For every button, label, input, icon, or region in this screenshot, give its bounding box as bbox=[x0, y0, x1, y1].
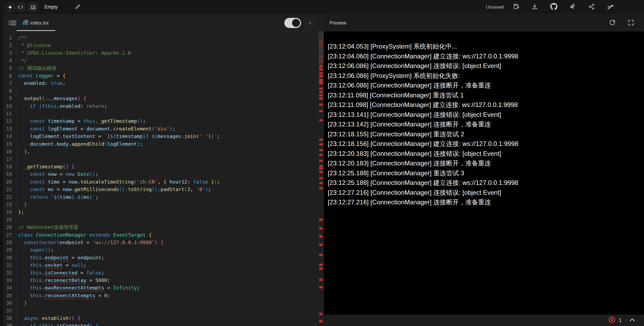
run-button[interactable] bbox=[306, 19, 314, 27]
code-view-button[interactable] bbox=[16, 2, 25, 12]
error-mark bbox=[319, 104, 323, 106]
indent-guide bbox=[17, 170, 17, 178]
indent-guide bbox=[17, 125, 17, 133]
indent-guide bbox=[23, 254, 23, 261]
deploy-rocket-icon bbox=[569, 3, 576, 11]
code-line: constructor(endpoint = 'ws://127.0.0.1:9… bbox=[18, 239, 319, 246]
line-number: 25 bbox=[3, 216, 12, 224]
error-mark bbox=[319, 55, 323, 58]
line-number: 2 bbox=[3, 42, 12, 49]
preview-toggle[interactable] bbox=[284, 18, 301, 28]
save-draft-button[interactable] bbox=[512, 3, 520, 11]
error-mark bbox=[319, 264, 323, 266]
error-button[interactable] bbox=[608, 316, 615, 324]
code-line: }, bbox=[18, 148, 319, 155]
line-number: 4 bbox=[3, 57, 12, 64]
line-number: 26 bbox=[3, 224, 12, 231]
line-number: 9 bbox=[3, 95, 12, 102]
code-line: */ bbox=[18, 57, 319, 64]
code-line bbox=[18, 110, 319, 117]
deploy-button[interactable] bbox=[569, 3, 576, 11]
error-mark bbox=[319, 218, 323, 221]
refresh-button[interactable] bbox=[609, 19, 616, 27]
console-log-line: [23:12:06.086] [ConnectionManager] 连接错误:… bbox=[328, 61, 644, 71]
download-button[interactable] bbox=[531, 3, 538, 11]
sparkle-logo-button[interactable] bbox=[5, 2, 15, 12]
code-line: const logElement = document.createElemen… bbox=[18, 125, 319, 133]
chevron-up-icon bbox=[629, 318, 635, 323]
rename-button[interactable] bbox=[75, 4, 81, 11]
line-number: 17 bbox=[3, 156, 12, 163]
error-mark bbox=[319, 244, 323, 246]
line-number: 24 bbox=[3, 208, 12, 216]
tab-label: index.tsx bbox=[30, 20, 49, 26]
line-number: 39 bbox=[3, 322, 12, 326]
error-mark bbox=[319, 165, 323, 167]
indent-guide bbox=[17, 110, 17, 117]
indent-guide bbox=[17, 292, 17, 299]
preview-panel: Preview [23:12:04.053] [ProxySystem] 系统初… bbox=[324, 15, 644, 326]
indent-guide bbox=[23, 178, 23, 186]
line-number: 12 bbox=[3, 117, 12, 125]
fullscreen-button[interactable] bbox=[627, 19, 634, 27]
github-button[interactable] bbox=[550, 3, 557, 11]
console-log-line: [23:12:25.188] [ConnectionManager] 建立连接:… bbox=[328, 178, 644, 188]
scrollbar-thumb[interactable] bbox=[319, 31, 323, 64]
error-mark bbox=[319, 143, 323, 145]
console-log-line: [23:12:11.098] [ConnectionManager] 重连尝试 … bbox=[328, 90, 644, 100]
console-log-line: [23:12:13.141] [ConnectionManager] 连接错误:… bbox=[328, 110, 644, 120]
error-mark bbox=[319, 154, 323, 156]
toggle-knob bbox=[292, 19, 300, 27]
save-draft-icon bbox=[513, 3, 519, 11]
line-number: 22 bbox=[3, 193, 12, 201]
share-button[interactable] bbox=[588, 3, 595, 11]
indent-guide bbox=[23, 322, 23, 326]
indent-guide bbox=[17, 117, 17, 125]
preview-header: Preview bbox=[324, 15, 644, 31]
error-mark bbox=[319, 72, 323, 74]
console-log-line: [23:12:25.188] [ConnectionManager] 重连尝试 … bbox=[328, 168, 644, 178]
code-line: this.reconnectAttempts = 0; bbox=[18, 292, 319, 299]
code-line bbox=[18, 216, 319, 224]
line-number: 13 bbox=[3, 125, 12, 133]
console-collapse-button[interactable] bbox=[629, 318, 635, 323]
tab-index-tsx[interactable]: index.tsx bbox=[23, 15, 49, 31]
console-log-line: [23:12:13.142] [ConnectionManager] 连接断开，… bbox=[328, 120, 644, 129]
error-mark bbox=[319, 320, 323, 322]
code-editor[interactable]: 1234567891011121314151617181920212223242… bbox=[3, 31, 324, 326]
line-number: 14 bbox=[3, 133, 12, 140]
indent-guide bbox=[17, 277, 17, 284]
code-line: class ConnectionManager extends EventTar… bbox=[18, 231, 319, 239]
error-mark bbox=[319, 110, 323, 112]
app-title: Empty bbox=[44, 4, 58, 10]
indent-guide bbox=[17, 163, 17, 170]
indent-guide bbox=[23, 246, 23, 254]
line-number: 11 bbox=[3, 110, 12, 117]
error-count: 1 bbox=[619, 317, 622, 323]
error-mark bbox=[319, 97, 323, 100]
preview-console[interactable]: [23:12:04.053] [ProxySystem] 系统初始化中...[2… bbox=[324, 31, 644, 315]
line-number: 15 bbox=[3, 140, 12, 148]
editor-panel: index.tsx 123456789101112131415161718192… bbox=[3, 15, 324, 326]
code-line: const now = new Date(); bbox=[18, 170, 319, 178]
file-list-icon bbox=[9, 22, 17, 26]
responsive-preview-button[interactable] bbox=[28, 2, 38, 12]
code-line: const Logger = { bbox=[18, 72, 319, 79]
line-number: 33 bbox=[3, 277, 12, 284]
code-line: this.endpoint = endpoint; bbox=[18, 254, 319, 261]
error-mark bbox=[319, 139, 323, 141]
line-number: 34 bbox=[3, 284, 12, 292]
line-number: 35 bbox=[3, 292, 12, 299]
line-number: 37 bbox=[3, 307, 12, 315]
indent-guide bbox=[23, 133, 23, 140]
overview-ruler[interactable] bbox=[319, 31, 323, 326]
github-icon bbox=[550, 3, 557, 11]
error-mark bbox=[319, 149, 323, 151]
indent-guide bbox=[17, 193, 17, 201]
code-content: /** * @license * SPDX-License-Identifier… bbox=[18, 34, 319, 326]
console-log-line: [23:12:20.183] [ConnectionManager] 连接断开，… bbox=[328, 158, 644, 168]
file-list-button[interactable] bbox=[9, 20, 17, 27]
code-line: // WebSocket连接管理器 bbox=[18, 224, 319, 231]
error-circle-icon bbox=[608, 320, 615, 324]
api-key-button[interactable] bbox=[607, 3, 614, 11]
